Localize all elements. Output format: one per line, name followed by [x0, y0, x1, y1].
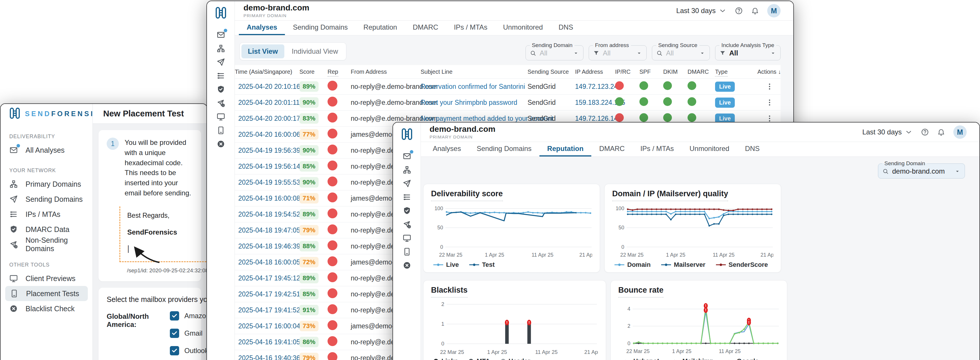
help-icon[interactable]: [921, 128, 929, 136]
tab-dmarc[interactable]: DMARC: [405, 21, 446, 35]
column-header-ip-rc[interactable]: IP/RC: [615, 69, 640, 75]
tab-dns[interactable]: DNS: [737, 142, 768, 157]
sidebar-item-ips-mtas[interactable]: IPs / MTAs: [1, 207, 88, 222]
cell-ip-address[interactable]: 159.183.224.105: [575, 99, 615, 107]
column-header-actions[interactable]: Actions ↓: [757, 69, 782, 75]
tab-dmarc[interactable]: DMARC: [591, 142, 632, 157]
envelope-icon[interactable]: [402, 149, 411, 163]
cell-time[interactable]: 2025-04-17 19:42:51: [235, 290, 299, 298]
checkbox[interactable]: [170, 311, 179, 320]
tab-dns[interactable]: DNS: [551, 21, 581, 35]
tab-sending-domains[interactable]: Sending Domains: [285, 21, 355, 35]
cell-time[interactable]: 2025-04-17 19:45:12: [235, 274, 299, 282]
column-header-type[interactable]: Type: [715, 69, 757, 75]
filter-sending-domain[interactable]: Sending Domaindemo-brand.com: [878, 160, 965, 179]
sendforensics-logo-icon[interactable]: [214, 6, 228, 21]
tab-analyses[interactable]: Analyses: [425, 142, 469, 157]
tablet-icon[interactable]: [216, 123, 225, 137]
shield-icon[interactable]: [216, 82, 225, 96]
row-actions-menu[interactable]: [757, 98, 782, 107]
provider-option-amazon-workm[interactable]: Amazon Workm: [170, 311, 207, 320]
sidebar-item-primary-domains[interactable]: Primary Domains: [1, 176, 88, 192]
provider-option-outlook[interactable]: Outlook: [170, 346, 207, 355]
tab-unmonitored[interactable]: Unmonitored: [495, 21, 551, 35]
period-dropdown[interactable]: Last 30 days: [862, 128, 913, 136]
row-actions-menu[interactable]: [757, 114, 782, 123]
cell-time[interactable]: 2025-04-18 16:00:05: [235, 258, 299, 266]
column-header-score[interactable]: Score: [299, 69, 328, 75]
send-x-icon[interactable]: [216, 96, 225, 110]
table-row[interactable]: 2025-04-20 20:01:1190%no-reply@e.demo-br…: [235, 94, 781, 110]
send-icon[interactable]: [216, 55, 225, 69]
column-header-rep[interactable]: Rep: [328, 69, 351, 75]
column-header-sending-source[interactable]: Sending Source: [528, 69, 575, 75]
filter-sending-source[interactable]: Sending SourceAll: [652, 42, 710, 61]
sidebar-item-dmarc-data[interactable]: DMARC Data: [1, 222, 88, 237]
filter-sending-domain[interactable]: Sending DomainAll: [525, 42, 584, 61]
checkbox[interactable]: [170, 329, 179, 338]
column-header-spf[interactable]: SPF: [640, 69, 663, 75]
filter-include-analysis-type[interactable]: Include Analysis TypeAll: [715, 42, 781, 61]
envelope-icon[interactable]: [216, 28, 225, 42]
column-header-from-address[interactable]: From Address: [351, 69, 421, 75]
cell-time[interactable]: 2025-04-19 19:56:14: [235, 163, 299, 170]
sidebar-item-sending-domains[interactable]: Sending Domains: [1, 192, 88, 207]
row-actions-menu[interactable]: [757, 82, 782, 91]
tab-ips-mtas[interactable]: IPs / MTAs: [446, 21, 495, 35]
monitor-icon[interactable]: [402, 231, 411, 245]
monitor-icon[interactable]: [216, 110, 225, 123]
bell-icon[interactable]: [937, 128, 945, 136]
sidebar-item-blacklist-check[interactable]: Blacklist Check: [1, 301, 88, 316]
column-header-time-asia-singapore-[interactable]: Time (Asia/Singapore): [235, 69, 299, 75]
tablet-icon[interactable]: [402, 245, 411, 258]
cell-time[interactable]: 2025-04-18 19:47:05: [235, 226, 299, 234]
cell-subject-line[interactable]: New payment method added to your account: [421, 115, 528, 123]
cell-ip-address[interactable]: 149.72.123.24: [575, 83, 615, 91]
list-icon[interactable]: [402, 190, 411, 204]
cell-time[interactable]: 2025-04-20 20:00:17: [235, 115, 299, 123]
send-icon[interactable]: [402, 176, 411, 190]
column-header-dkim[interactable]: DKIM: [663, 69, 687, 75]
cell-time[interactable]: 2025-04-17 19:41:52: [235, 306, 299, 314]
checkbox[interactable]: [170, 346, 179, 355]
column-header-ip-address[interactable]: IP Address: [575, 69, 615, 75]
tab-reputation[interactable]: Reputation: [356, 21, 405, 35]
sidebar-item-all-analyses[interactable]: All Analyses: [1, 142, 88, 158]
x-circle-icon[interactable]: [402, 258, 411, 272]
column-header-subject-line[interactable]: Subject Line: [421, 69, 528, 75]
view-individual-view-button[interactable]: Individual View: [285, 45, 345, 58]
cell-time[interactable]: 2025-04-16 19:41:05: [235, 338, 299, 346]
cell-time[interactable]: 2025-04-20 20:01:11: [235, 99, 299, 107]
cell-time[interactable]: 2025-04-18 19:54:52: [235, 211, 299, 218]
tab-ips-mtas[interactable]: IPs / MTAs: [632, 142, 682, 157]
tab-analyses[interactable]: Analyses: [239, 21, 285, 35]
cell-ip-address[interactable]: 149.72.126.143: [575, 115, 615, 123]
tab-unmonitored[interactable]: Unmonitored: [682, 142, 737, 157]
sidebar-item-client-previews[interactable]: Client Previews: [1, 271, 88, 286]
sidebar-item-non-sending-domains[interactable]: Non-Sending Domains: [1, 237, 88, 252]
column-header-dmarc[interactable]: DMARC: [687, 69, 715, 75]
cell-time[interactable]: 2025-04-19 19:56:39: [235, 147, 299, 154]
cell-time[interactable]: 2025-04-19 16:00:08: [235, 195, 299, 202]
cell-time[interactable]: 2025-04-19 19:55:53: [235, 179, 299, 186]
cell-time[interactable]: 2025-04-16 19:40:36: [235, 354, 299, 360]
filter-from-address[interactable]: From addressAll: [589, 42, 647, 61]
network-icon[interactable]: [402, 163, 411, 176]
list-icon[interactable]: [216, 69, 225, 82]
sidebar-item-placement-tests[interactable]: Placement Tests: [5, 286, 88, 301]
period-dropdown[interactable]: Last 30 days: [676, 7, 727, 15]
cell-subject-line[interactable]: Reservation confirmed for Santorini: [421, 83, 528, 91]
cell-time[interactable]: 2025-04-18 19:46:39: [235, 242, 299, 250]
table-row[interactable]: 2025-04-20 20:10:1689%no-reply@e.demo-br…: [235, 78, 781, 94]
tab-reputation[interactable]: Reputation: [539, 142, 591, 157]
cell-time[interactable]: 2025-04-20 20:10:16: [235, 83, 299, 91]
bell-icon[interactable]: [751, 7, 759, 15]
avatar[interactable]: M: [953, 125, 967, 139]
x-circle-icon[interactable]: [216, 137, 225, 151]
help-icon[interactable]: [735, 7, 743, 15]
provider-option-gmail[interactable]: Gmail: [170, 329, 207, 338]
sendforensics-logo-icon[interactable]: [400, 127, 414, 142]
avatar[interactable]: M: [767, 4, 781, 18]
send-x-icon[interactable]: [402, 218, 411, 231]
sendforensics-logo[interactable]: SENDFORENSICS: [1, 104, 92, 124]
